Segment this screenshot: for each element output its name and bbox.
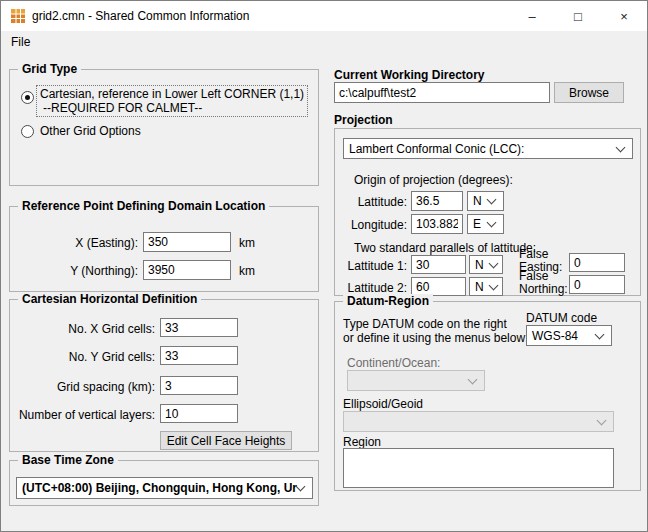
latitude-label: Lattitude: [335,195,407,209]
chevron-down-icon [489,258,499,268]
projection-panel: Lambert Conformal Conic (LCC): Origin of… [334,128,641,296]
chevron-down-icon [595,329,605,339]
datum-hint-line2: or define it using the menus below: [343,331,528,345]
longitude-input[interactable] [411,214,463,234]
working-directory-label: Current Working Directory [334,68,484,82]
chevron-down-icon [487,218,497,228]
latitude-dir-combo[interactable]: N [467,191,504,211]
latitude1-input[interactable] [411,255,466,274]
latitude1-dir-combo[interactable]: N [469,255,503,274]
y-grid-cells-label: No. Y Grid cells: [10,350,155,364]
grid-spacing-input[interactable] [160,376,238,395]
origin-of-projection-label: Origin of projection (degrees): [354,173,513,187]
cartesian-definition-title: Cartesian Horizontal Definition [18,292,201,306]
ellipsoid-geoid-combo [343,411,614,432]
x-grid-cells-label: No. X Grid cells: [10,322,155,336]
projection-type-value: Lambert Conformal Conic (LCC): [349,142,524,156]
continent-ocean-label: Continent/Ocean: [347,356,440,370]
x-easting-input[interactable] [143,232,231,252]
standard-parallels-label: Two standard parallels of lattitude: [354,241,536,255]
datum-code-value: WGS-84 [532,329,578,343]
latitude-dir-value: N [473,194,482,208]
minimize-button[interactable]: – [509,1,555,31]
base-time-zone-group: Base Time Zone (UTC+08:00) Beijing, Chon… [9,460,319,506]
app-icon [10,8,26,24]
projection-type-combo[interactable]: Lambert Conformal Conic (LCC): [343,138,633,159]
window-controls: – □ × [509,1,647,31]
edit-cell-face-heights-button[interactable]: Edit Cell Face Heights [160,431,292,450]
base-time-zone-title: Base Time Zone [18,453,118,467]
radio-other-grid-label[interactable]: Other Grid Options [40,124,141,138]
radio-cartesian-label[interactable]: Cartesian, reference in Lower Left CORNE… [37,86,307,116]
chevron-down-icon [468,374,478,384]
latitude2-label: Lattitude 2: [335,281,407,295]
time-zone-combo[interactable]: (UTC+08:00) Beijing, Chongquin, Hong Kon… [16,477,313,499]
latitude1-dir-value: N [475,258,484,272]
continent-ocean-combo [347,370,485,391]
radio-cartesian-label-line2: --REQUIRED FOR CALMET-- [40,101,304,115]
cartesian-definition-group: Cartesian Horizontal Definition No. X Gr… [9,299,319,452]
grid-spacing-label: Grid spacing (km): [10,380,155,394]
chevron-down-icon [489,280,499,290]
radio-cartesian-label-line1: Cartesian, reference in Lower Left CORNE… [40,87,304,101]
y-northing-label: Y (Northing): [10,264,138,278]
x-grid-cells-input[interactable] [160,318,238,337]
grid-type-group: Grid Type Cartesian, reference in Lower … [9,69,319,186]
browse-button[interactable]: Browse [554,82,624,103]
latitude-input[interactable] [411,191,463,211]
reference-point-title: Reference Point Defining Domain Location [18,199,269,213]
chevron-down-icon [296,482,306,492]
main-window: grid2.cmn - Shared Common Information – … [0,0,648,532]
working-directory-input[interactable] [334,82,550,103]
datum-region-group: Datum-Region Type DATUM code on the righ… [334,301,641,491]
projection-label: Projection [334,113,393,127]
radio-cartesian[interactable] [21,91,34,104]
time-zone-value: (UTC+08:00) Beijing, Chongquin, Hong Kon… [22,481,297,495]
latitude1-label: Lattitude 1: [335,259,407,273]
longitude-dir-value: E [473,217,481,231]
reference-point-group: Reference Point Defining Domain Location… [9,206,319,292]
title-bar: grid2.cmn - Shared Common Information – … [1,1,647,31]
region-label: Region [343,435,381,449]
longitude-label: Longitude: [335,218,407,232]
maximize-icon: □ [574,9,582,24]
false-northing-label: False Northing: [519,270,568,296]
grid-type-title: Grid Type [18,62,81,76]
y-northing-input[interactable] [143,260,231,280]
close-icon: × [620,9,628,24]
vertical-layers-input[interactable] [160,404,238,423]
datum-hint-line1: Type DATUM code on the right [343,317,507,331]
vertical-layers-label: Number of vertical layers: [10,408,155,422]
radio-other-grid[interactable] [21,125,34,138]
maximize-button[interactable]: □ [555,1,601,31]
datum-code-label: DATUM code [526,311,597,325]
chevron-down-icon [597,415,607,425]
menu-bar: File [1,31,647,53]
ellipsoid-geoid-label: Ellipsoid/Geoid [343,397,423,411]
false-easting-input[interactable] [569,253,625,272]
close-button[interactable]: × [601,1,647,31]
region-listbox[interactable] [343,448,614,488]
datum-region-title: Datum-Region [343,294,433,308]
menu-item-file[interactable]: File [3,31,38,53]
false-northing-input[interactable] [569,275,625,294]
minimize-icon: – [528,9,535,24]
longitude-dir-combo[interactable]: E [467,214,504,234]
chevron-down-icon [616,142,626,152]
chevron-down-icon [487,195,497,205]
x-easting-label: X (Easting): [10,236,138,250]
x-easting-unit: km [239,236,255,250]
latitude2-dir-value: N [475,280,484,294]
datum-code-combo[interactable]: WGS-84 [526,325,612,346]
y-grid-cells-input[interactable] [160,346,238,365]
y-northing-unit: km [239,264,255,278]
latitude2-dir-combo[interactable]: N [469,277,503,296]
window-title: grid2.cmn - Shared Common Information [32,9,249,23]
